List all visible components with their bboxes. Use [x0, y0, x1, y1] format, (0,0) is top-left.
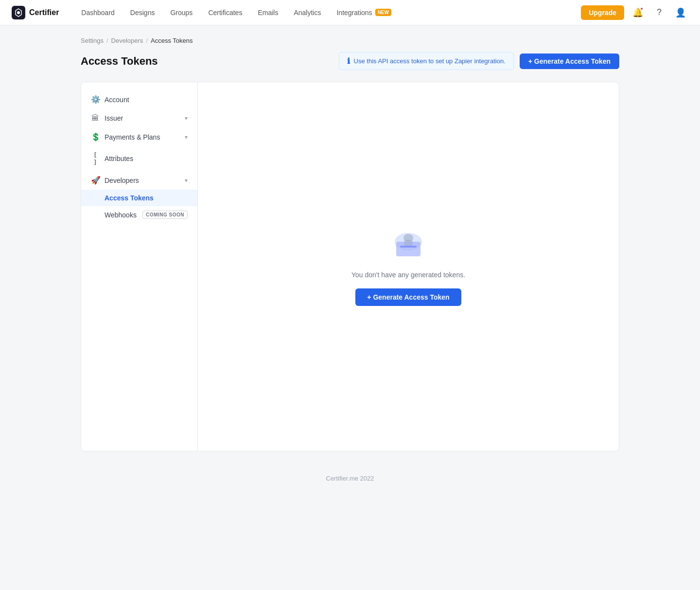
- nav-item-emails[interactable]: Emails: [251, 6, 285, 19]
- empty-state-illustration: [386, 227, 430, 261]
- footer-text: Certifier.me 2022: [326, 475, 374, 482]
- svg-rect-6: [404, 240, 413, 246]
- developers-icon: 🚀: [91, 176, 100, 185]
- sidebar-item-payments-label: Payments & Plans: [105, 133, 160, 141]
- svg-rect-4: [400, 246, 417, 248]
- page-wrapper: Settings / Developers / Access Tokens Ac…: [73, 25, 627, 463]
- main-content-card: ⚙️ Account 🏛 Issuer ▾ 💲 Payments & Plans…: [81, 82, 619, 451]
- info-box: ℹ Use this API access token to set up Za…: [339, 52, 514, 70]
- nav-item-integrations[interactable]: Integrations NEW: [330, 6, 398, 19]
- navbar: Certifier Dashboard Designs Groups Certi…: [0, 0, 700, 25]
- integrations-badge: NEW: [375, 9, 391, 16]
- sidebar-item-account[interactable]: ⚙️ Account: [81, 90, 197, 109]
- sidebar-item-issuer[interactable]: 🏛 Issuer ▾: [81, 109, 197, 127]
- generate-token-button-center[interactable]: + Generate Access Token: [355, 288, 461, 306]
- sidebar-item-payments[interactable]: 💲 Payments & Plans ▾: [81, 127, 197, 146]
- breadcrumb: Settings / Developers / Access Tokens: [81, 37, 619, 44]
- sidebar-item-attributes[interactable]: [ ] Attributes: [81, 146, 197, 171]
- notification-dot: [640, 7, 644, 11]
- chevron-down-icon-developers: ▾: [185, 177, 188, 184]
- nav-item-designs[interactable]: Designs: [123, 6, 162, 19]
- nav-item-certificates[interactable]: Certificates: [201, 6, 249, 19]
- header-right: ℹ Use this API access token to set up Za…: [339, 52, 619, 70]
- info-message: Use this API access token to set up Zapi…: [354, 57, 506, 65]
- breadcrumb-settings[interactable]: Settings: [81, 37, 104, 44]
- breadcrumb-developers[interactable]: Developers: [111, 37, 143, 44]
- brand-name: Certifier: [29, 8, 59, 17]
- upgrade-button[interactable]: Upgrade: [581, 5, 624, 20]
- webhooks-label: Webhooks: [105, 211, 137, 219]
- developers-submenu: Access Tokens Webhooks COMING SOON: [81, 190, 197, 223]
- chevron-down-icon: ▾: [185, 115, 188, 122]
- info-icon: ℹ: [347, 56, 350, 66]
- payments-icon: 💲: [91, 132, 100, 142]
- sidebar-item-access-tokens[interactable]: Access Tokens: [81, 190, 197, 206]
- coming-soon-badge: COMING SOON: [142, 211, 188, 219]
- content-panel: You don't have any generated tokens. + G…: [198, 82, 619, 451]
- footer: Certifier.me 2022: [0, 463, 700, 494]
- sidebar-item-attributes-label: Attributes: [105, 155, 133, 162]
- navbar-actions: Upgrade 🔔 ? 👤: [581, 5, 688, 20]
- account-icon: ⚙️: [91, 95, 100, 104]
- svg-point-1: [17, 11, 20, 14]
- nav-item-dashboard[interactable]: Dashboard: [74, 6, 122, 19]
- help-button[interactable]: ?: [651, 5, 667, 20]
- breadcrumb-sep-2: /: [146, 37, 148, 44]
- generate-token-button-header[interactable]: + Generate Access Token: [520, 54, 619, 69]
- empty-state: You don't have any generated tokens. + G…: [351, 227, 465, 306]
- nav-item-groups[interactable]: Groups: [163, 6, 199, 19]
- nav-menu: Dashboard Designs Groups Certificates Em…: [74, 6, 581, 19]
- breadcrumb-current: Access Tokens: [151, 37, 192, 44]
- sidebar-item-developers-label: Developers: [105, 177, 139, 184]
- access-tokens-label: Access Tokens: [105, 194, 154, 202]
- attributes-icon: [ ]: [91, 151, 100, 166]
- notification-button[interactable]: 🔔: [630, 5, 646, 20]
- sidebar-item-developers[interactable]: 🚀 Developers ▾: [81, 171, 197, 190]
- notification-wrapper: 🔔: [630, 5, 646, 20]
- user-menu-button[interactable]: 👤: [673, 5, 688, 20]
- settings-sidebar: ⚙️ Account 🏛 Issuer ▾ 💲 Payments & Plans…: [81, 82, 198, 451]
- sidebar-item-webhooks[interactable]: Webhooks COMING SOON: [81, 206, 197, 223]
- sidebar-item-issuer-label: Issuer: [105, 114, 123, 122]
- page-title: Access Tokens: [81, 55, 158, 68]
- nav-item-analytics[interactable]: Analytics: [287, 6, 328, 19]
- page-header: Access Tokens ℹ Use this API access toke…: [81, 52, 619, 70]
- empty-state-message: You don't have any generated tokens.: [351, 271, 465, 279]
- logo-icon: [12, 6, 25, 19]
- issuer-icon: 🏛: [91, 114, 100, 123]
- breadcrumb-sep-1: /: [106, 37, 108, 44]
- chevron-down-icon-payments: ▾: [185, 134, 188, 141]
- logo[interactable]: Certifier: [12, 6, 59, 19]
- sidebar-item-account-label: Account: [105, 96, 129, 104]
